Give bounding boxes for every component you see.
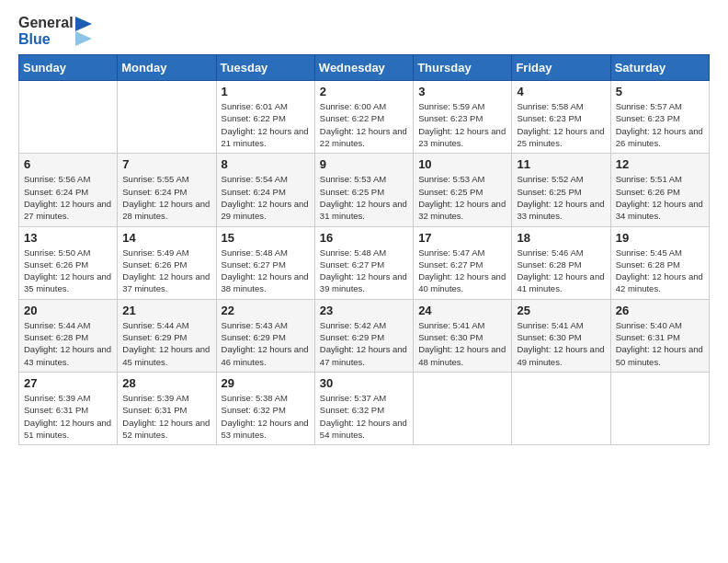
calendar-day-cell: 21Sunrise: 5:44 AM Sunset: 6:29 PM Dayli… bbox=[118, 299, 216, 372]
calendar-day-cell: 13Sunrise: 5:50 AM Sunset: 6:26 PM Dayli… bbox=[19, 226, 118, 299]
calendar-day-cell: 3Sunrise: 5:59 AM Sunset: 6:23 PM Daylig… bbox=[414, 81, 512, 154]
day-number: 29 bbox=[222, 376, 310, 390]
day-number: 2 bbox=[320, 85, 408, 98]
calendar-week-row: 6Sunrise: 5:56 AM Sunset: 6:24 PM Daylig… bbox=[19, 154, 710, 226]
day-info: Sunrise: 5:44 AM Sunset: 6:28 PM Dayligh… bbox=[24, 319, 112, 368]
day-info: Sunrise: 5:56 AM Sunset: 6:24 PM Dayligh… bbox=[24, 173, 112, 222]
weekday-header-thursday: Thursday bbox=[414, 55, 512, 81]
day-info: Sunrise: 5:43 AM Sunset: 6:29 PM Dayligh… bbox=[222, 319, 310, 368]
calendar-day-cell: 25Sunrise: 5:41 AM Sunset: 6:30 PM Dayli… bbox=[512, 299, 610, 372]
day-number: 25 bbox=[517, 304, 605, 317]
day-info: Sunrise: 5:54 AM Sunset: 6:24 PM Dayligh… bbox=[222, 173, 310, 222]
day-info: Sunrise: 5:58 AM Sunset: 6:23 PM Dayligh… bbox=[517, 100, 605, 149]
calendar-day-cell: 23Sunrise: 5:42 AM Sunset: 6:29 PM Dayli… bbox=[314, 299, 413, 372]
day-info: Sunrise: 5:53 AM Sunset: 6:25 PM Dayligh… bbox=[418, 173, 506, 222]
calendar-week-row: 1Sunrise: 6:01 AM Sunset: 6:22 PM Daylig… bbox=[19, 81, 710, 154]
calendar-week-row: 27Sunrise: 5:39 AM Sunset: 6:31 PM Dayli… bbox=[19, 372, 710, 444]
day-info: Sunrise: 5:51 AM Sunset: 6:26 PM Dayligh… bbox=[616, 173, 704, 222]
day-info: Sunrise: 5:41 AM Sunset: 6:30 PM Dayligh… bbox=[517, 319, 605, 368]
weekday-header-tuesday: Tuesday bbox=[216, 55, 314, 81]
day-number: 5 bbox=[616, 85, 704, 98]
day-number: 7 bbox=[122, 157, 210, 171]
day-info: Sunrise: 5:48 AM Sunset: 6:27 PM Dayligh… bbox=[320, 247, 408, 295]
calendar-day-cell: 20Sunrise: 5:44 AM Sunset: 6:28 PM Dayli… bbox=[19, 299, 118, 372]
day-number: 15 bbox=[222, 231, 310, 245]
day-number: 11 bbox=[517, 157, 605, 171]
day-number: 14 bbox=[122, 231, 210, 245]
calendar-day-cell: 4Sunrise: 5:58 AM Sunset: 6:23 PM Daylig… bbox=[512, 81, 610, 154]
header: GeneralBlue bbox=[18, 15, 710, 47]
calendar-day-cell: 24Sunrise: 5:41 AM Sunset: 6:30 PM Dayli… bbox=[414, 299, 512, 372]
weekday-header-sunday: Sunday bbox=[19, 55, 118, 81]
day-info: Sunrise: 5:47 AM Sunset: 6:27 PM Dayligh… bbox=[418, 247, 506, 295]
calendar-day-cell: 9Sunrise: 5:53 AM Sunset: 6:25 PM Daylig… bbox=[314, 154, 413, 226]
calendar-empty-cell bbox=[610, 372, 709, 444]
calendar-day-cell: 19Sunrise: 5:45 AM Sunset: 6:28 PM Dayli… bbox=[610, 226, 709, 299]
day-number: 18 bbox=[517, 231, 605, 245]
day-info: Sunrise: 5:57 AM Sunset: 6:23 PM Dayligh… bbox=[616, 100, 704, 149]
day-info: Sunrise: 5:42 AM Sunset: 6:29 PM Dayligh… bbox=[320, 319, 408, 368]
day-number: 21 bbox=[122, 304, 210, 317]
calendar-empty-cell bbox=[19, 81, 118, 154]
day-info: Sunrise: 5:39 AM Sunset: 6:31 PM Dayligh… bbox=[24, 392, 112, 441]
day-number: 10 bbox=[418, 157, 506, 171]
day-info: Sunrise: 5:41 AM Sunset: 6:30 PM Dayligh… bbox=[418, 319, 506, 368]
svg-marker-1 bbox=[75, 31, 92, 46]
calendar-empty-cell bbox=[512, 372, 610, 444]
day-number: 27 bbox=[24, 376, 112, 390]
day-number: 30 bbox=[320, 376, 408, 390]
calendar-day-cell: 10Sunrise: 5:53 AM Sunset: 6:25 PM Dayli… bbox=[414, 154, 512, 226]
calendar-week-row: 13Sunrise: 5:50 AM Sunset: 6:26 PM Dayli… bbox=[19, 226, 710, 299]
weekday-header-saturday: Saturday bbox=[610, 55, 709, 81]
day-number: 6 bbox=[24, 157, 112, 171]
day-info: Sunrise: 5:59 AM Sunset: 6:23 PM Dayligh… bbox=[418, 100, 506, 149]
calendar-day-cell: 14Sunrise: 5:49 AM Sunset: 6:26 PM Dayli… bbox=[118, 226, 216, 299]
day-number: 28 bbox=[122, 376, 210, 390]
calendar-empty-cell bbox=[118, 81, 216, 154]
calendar-day-cell: 5Sunrise: 5:57 AM Sunset: 6:23 PM Daylig… bbox=[610, 81, 709, 154]
logo: GeneralBlue bbox=[18, 15, 92, 47]
calendar-day-cell: 8Sunrise: 5:54 AM Sunset: 6:24 PM Daylig… bbox=[216, 154, 314, 226]
calendar-day-cell: 7Sunrise: 5:55 AM Sunset: 6:24 PM Daylig… bbox=[118, 154, 216, 226]
day-info: Sunrise: 5:49 AM Sunset: 6:26 PM Dayligh… bbox=[122, 247, 210, 295]
day-number: 16 bbox=[320, 231, 408, 245]
day-number: 22 bbox=[222, 304, 310, 317]
day-info: Sunrise: 5:38 AM Sunset: 6:32 PM Dayligh… bbox=[222, 392, 310, 441]
calendar-day-cell: 22Sunrise: 5:43 AM Sunset: 6:29 PM Dayli… bbox=[216, 299, 314, 372]
calendar-day-cell: 2Sunrise: 6:00 AM Sunset: 6:22 PM Daylig… bbox=[314, 81, 413, 154]
calendar-day-cell: 11Sunrise: 5:52 AM Sunset: 6:25 PM Dayli… bbox=[512, 154, 610, 226]
calendar: SundayMondayTuesdayWednesdayThursdayFrid… bbox=[18, 54, 710, 445]
calendar-day-cell: 15Sunrise: 5:48 AM Sunset: 6:27 PM Dayli… bbox=[216, 226, 314, 299]
calendar-day-cell: 1Sunrise: 6:01 AM Sunset: 6:22 PM Daylig… bbox=[216, 81, 314, 154]
day-number: 3 bbox=[418, 85, 506, 98]
logo-graphic: GeneralBlue bbox=[18, 15, 92, 47]
svg-marker-0 bbox=[75, 17, 92, 31]
calendar-day-cell: 28Sunrise: 5:39 AM Sunset: 6:31 PM Dayli… bbox=[118, 372, 216, 444]
calendar-day-cell: 27Sunrise: 5:39 AM Sunset: 6:31 PM Dayli… bbox=[19, 372, 118, 444]
day-info: Sunrise: 5:48 AM Sunset: 6:27 PM Dayligh… bbox=[222, 247, 310, 295]
day-number: 17 bbox=[418, 231, 506, 245]
day-info: Sunrise: 5:45 AM Sunset: 6:28 PM Dayligh… bbox=[616, 247, 704, 295]
calendar-day-cell: 6Sunrise: 5:56 AM Sunset: 6:24 PM Daylig… bbox=[19, 154, 118, 226]
day-number: 13 bbox=[24, 231, 112, 245]
calendar-day-cell: 12Sunrise: 5:51 AM Sunset: 6:26 PM Dayli… bbox=[610, 154, 709, 226]
day-number: 12 bbox=[616, 157, 704, 171]
calendar-day-cell: 29Sunrise: 5:38 AM Sunset: 6:32 PM Dayli… bbox=[216, 372, 314, 444]
day-number: 8 bbox=[222, 157, 310, 171]
day-info: Sunrise: 5:50 AM Sunset: 6:26 PM Dayligh… bbox=[24, 247, 112, 295]
day-info: Sunrise: 5:37 AM Sunset: 6:32 PM Dayligh… bbox=[320, 392, 408, 441]
weekday-header-monday: Monday bbox=[118, 55, 216, 81]
day-info: Sunrise: 5:40 AM Sunset: 6:31 PM Dayligh… bbox=[616, 319, 704, 368]
calendar-week-row: 20Sunrise: 5:44 AM Sunset: 6:28 PM Dayli… bbox=[19, 299, 710, 372]
day-info: Sunrise: 5:52 AM Sunset: 6:25 PM Dayligh… bbox=[517, 173, 605, 222]
day-number: 23 bbox=[320, 304, 408, 317]
day-number: 19 bbox=[616, 231, 704, 245]
day-number: 4 bbox=[517, 85, 605, 98]
calendar-day-cell: 26Sunrise: 5:40 AM Sunset: 6:31 PM Dayli… bbox=[610, 299, 709, 372]
day-info: Sunrise: 5:53 AM Sunset: 6:25 PM Dayligh… bbox=[320, 173, 408, 222]
day-info: Sunrise: 5:44 AM Sunset: 6:29 PM Dayligh… bbox=[122, 319, 210, 368]
calendar-day-cell: 18Sunrise: 5:46 AM Sunset: 6:28 PM Dayli… bbox=[512, 226, 610, 299]
day-number: 26 bbox=[616, 304, 704, 317]
day-info: Sunrise: 5:55 AM Sunset: 6:24 PM Dayligh… bbox=[122, 173, 210, 222]
day-number: 1 bbox=[222, 85, 310, 98]
